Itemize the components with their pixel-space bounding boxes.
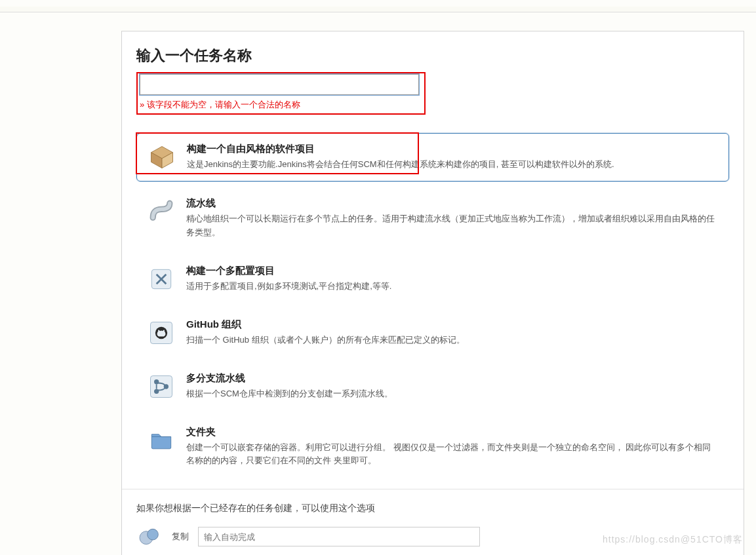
job-type-folder[interactable]: 文件夹 创建一个可以嵌套存储的容器。利用它可以进行分组。 视图仅仅是一个过滤器，…: [136, 417, 729, 478]
card-desc: 这是Jenkins的主要功能.Jenkins将会结合任何SCM和任何构建系统来构…: [187, 158, 718, 172]
card-desc: 创建一个可以嵌套存储的容器。利用它可以进行分组。 视图仅仅是一个过滤器，而文件夹…: [186, 441, 719, 469]
job-type-list: 构建一个自由风格的软件项目 这是Jenkins的主要功能.Jenkins将会结合…: [136, 133, 729, 477]
card-desc: 扫描一个 GitHub 组织（或者个人账户）的所有仓库来匹配已定义的标记。: [186, 334, 719, 347]
tools-icon: [147, 265, 176, 294]
name-error-message: » 该字段不能为空，请输入一个合法的名称: [140, 99, 422, 111]
svg-rect-6: [151, 375, 172, 397]
job-type-multibranch[interactable]: 多分支流水线 根据一个SCM仓库中检测到的分支创建一系列流水线。: [136, 363, 729, 410]
card-desc: 精心地组织一个可以长期运行在多个节点上的任务。适用于构建流水线（更加正式地应当称…: [186, 212, 719, 240]
card-title: 流水线: [186, 197, 719, 210]
card-desc: 根据一个SCM仓库中检测到的分支创建一系列流水线。: [186, 387, 719, 401]
card-title: GitHub 组织: [186, 318, 719, 331]
card-title: 多分支流水线: [186, 372, 719, 385]
svg-point-11: [148, 529, 159, 541]
name-input-highlight: » 该字段不能为空，请输入一个合法的名称: [136, 72, 426, 115]
job-type-freestyle[interactable]: 构建一个自由风格的软件项目 这是Jenkins的主要功能.Jenkins将会结合…: [136, 133, 729, 182]
new-item-panel: 输入一个任务名称 » 该字段不能为空，请输入一个合法的名称 构建一个自由风格的软…: [121, 31, 744, 555]
card-title: 文件夹: [186, 426, 719, 438]
folder-icon: [147, 426, 176, 455]
card-title: 构建一个自由风格的软件项目: [187, 143, 718, 155]
copy-label: 复制: [172, 531, 189, 543]
copy-icon: [136, 524, 163, 550]
box-icon: [148, 143, 176, 172]
branch-icon: [147, 372, 176, 401]
copy-from-section: 如果你想根据一个已经存在的任务创建，可以使用这个选项 复制: [122, 489, 744, 555]
card-title: 构建一个多配置项目: [186, 265, 719, 277]
copy-hint: 如果你想根据一个已经存在的任务创建，可以使用这个选项: [136, 503, 729, 514]
copy-from-input[interactable]: [198, 527, 480, 546]
card-desc: 适用于多配置项目,例如多环境测试,平台指定构建,等等.: [186, 280, 719, 294]
job-type-matrix[interactable]: 构建一个多配置项目 适用于多配置项目,例如多环境测试,平台指定构建,等等.: [136, 256, 729, 303]
pipe-icon: [147, 197, 176, 226]
github-icon: [147, 318, 176, 347]
item-name-input[interactable]: [140, 74, 419, 95]
job-type-github-org[interactable]: GitHub 组织 扫描一个 GitHub 组织（或者个人账户）的所有仓库来匹配…: [136, 309, 729, 356]
job-type-pipeline[interactable]: 流水线 精心地组织一个可以长期运行在多个节点上的任务。适用于构建流水线（更加正式…: [136, 188, 729, 249]
page-heading: 输入一个任务名称: [136, 46, 729, 66]
